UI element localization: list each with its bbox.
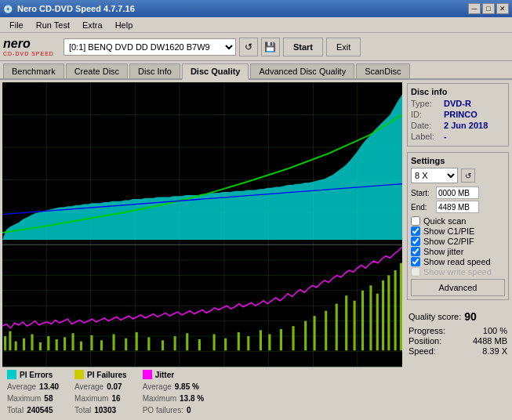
tab-disc-info[interactable]: Disc Info — [129, 63, 180, 78]
svg-rect-58 — [39, 342, 42, 350]
quality-score-value: 90 — [464, 310, 477, 323]
disc-info-title: Disc info — [411, 87, 505, 96]
svg-rect-81 — [292, 326, 294, 350]
show-jitter-label: Show jitter — [423, 247, 463, 256]
title-bar: 💿 Nero CD-DVD Speed 4.7.7.16 ─ □ ✕ — [0, 0, 512, 17]
jitter-po-label: PO failures: — [143, 404, 183, 416]
menu-help[interactable]: Help — [109, 19, 140, 31]
show-jitter-checkbox[interactable] — [411, 247, 420, 256]
svg-rect-94 — [400, 263, 402, 350]
speed-value: 8.39 X — [482, 346, 507, 356]
progress-row: Progress: 100 % — [409, 326, 507, 335]
svg-rect-72 — [186, 333, 188, 350]
quality-section: Quality score: 90 Progress: 100 % Positi… — [407, 306, 509, 358]
tab-disc-quality[interactable]: Disc Quality — [182, 63, 249, 80]
type-label: Type: — [411, 99, 441, 108]
svg-rect-70 — [162, 340, 164, 350]
disc-label-label: Label: — [411, 132, 441, 141]
pi-failures-max-value: 16 — [111, 393, 120, 404]
speed-row: Speed: 8.39 X — [409, 346, 507, 356]
drive-selector[interactable]: [0:1] BENQ DVD DD DW1620 B7W9 — [64, 38, 236, 56]
svg-rect-66 — [113, 335, 115, 351]
svg-rect-75 — [224, 339, 227, 351]
date-value: 2 Jun 2018 — [444, 121, 488, 130]
svg-rect-92 — [387, 275, 390, 350]
refresh-button[interactable]: ↺ — [239, 38, 258, 56]
tab-bar: Benchmark Create Disc Disc Info Disc Qua… — [0, 61, 512, 80]
svg-rect-68 — [136, 332, 138, 350]
end-input[interactable] — [436, 201, 479, 213]
pi-errors-max-label: Maximum — [7, 393, 41, 404]
start-button[interactable]: Start — [283, 38, 323, 56]
show-c2pif-checkbox[interactable] — [411, 237, 420, 246]
svg-rect-69 — [147, 337, 150, 350]
minimize-button[interactable]: ─ — [468, 3, 481, 14]
show-read-speed-checkbox[interactable] — [411, 257, 420, 266]
svg-rect-57 — [31, 335, 33, 351]
pi-failures-total-value: 10303 — [94, 404, 116, 416]
exit-button[interactable]: Exit — [326, 38, 361, 56]
svg-rect-53 — [4, 336, 6, 350]
svg-rect-65 — [100, 340, 103, 350]
type-value: DVD-R — [444, 99, 471, 108]
legend-area: PI Errors Average 13.40 Maximum 58 Total… — [2, 367, 402, 418]
disc-info-panel: Disc info Type: DVD-R ID: PRINCO Date: 2… — [407, 83, 509, 147]
position-label: Position: — [409, 336, 441, 346]
pi-failures-total-label: Total — [74, 404, 91, 416]
advanced-button[interactable]: Advanced — [411, 279, 505, 296]
show-c2pif-row: Show C2/PIF — [411, 237, 505, 246]
svg-rect-73 — [198, 339, 201, 350]
svg-rect-79 — [268, 335, 271, 351]
tab-advanced-disc-quality[interactable]: Advanced Disc Quality — [250, 63, 354, 78]
menu-file[interactable]: File — [3, 19, 30, 31]
quick-scan-label: Quick scan — [423, 216, 466, 226]
save-button[interactable]: 💾 — [261, 38, 280, 56]
svg-rect-59 — [47, 336, 49, 350]
svg-rect-80 — [280, 329, 282, 350]
show-write-speed-label: Show write speed — [423, 267, 492, 277]
tab-benchmark[interactable]: Benchmark — [3, 63, 64, 78]
menu-run-test[interactable]: Run Test — [30, 19, 76, 31]
toolbar: nero CD-DVD SPEED [0:1] BENQ DVD DD DW16… — [0, 33, 512, 61]
pi-errors-max-value: 58 — [44, 393, 53, 404]
svg-rect-76 — [238, 332, 240, 350]
settings-refresh-button[interactable]: ↺ — [461, 168, 475, 183]
pi-errors-total-label: Total — [7, 404, 24, 416]
tab-create-disc[interactable]: Create Disc — [66, 63, 128, 78]
quick-scan-checkbox[interactable] — [411, 216, 420, 226]
title-bar-controls: ─ □ ✕ — [468, 3, 509, 14]
close-button[interactable]: ✕ — [496, 3, 509, 14]
progress-value: 100 % — [483, 326, 507, 335]
svg-rect-84 — [325, 311, 327, 351]
show-read-speed-label: Show read speed — [423, 257, 491, 266]
speed-selector[interactable]: 8 X Max 1 X 2 X 4 X 6 X 12 X 16 X — [411, 168, 458, 183]
main-content: 100 80 60 40 20 16 14 12 10 8 6 4 — [0, 80, 512, 418]
svg-rect-60 — [56, 339, 58, 350]
tab-scan-disc[interactable]: ScanDisc — [356, 63, 409, 78]
start-input[interactable] — [436, 186, 479, 199]
progress-label: Progress: — [409, 326, 445, 335]
jitter-color-swatch — [143, 370, 152, 379]
pi-errors-total-value: 240545 — [27, 404, 53, 416]
nero-logo: nero CD-DVD SPEED — [3, 37, 54, 56]
maximize-button[interactable]: □ — [482, 3, 495, 14]
jitter-max-value: 13.8 % — [180, 393, 204, 404]
show-jitter-row: Show jitter — [411, 247, 505, 256]
pi-errors-label: PI Errors — [20, 371, 53, 379]
progress-section: Progress: 100 % Position: 4488 MB Speed:… — [409, 326, 507, 356]
pi-errors-avg-label: Average — [7, 381, 36, 393]
quality-score-label: Quality score: — [409, 312, 461, 321]
chart-upper-area: 100 80 60 40 20 16 14 12 10 8 6 4 — [2, 82, 402, 367]
show-c1pie-checkbox[interactable] — [411, 226, 420, 236]
show-c1pie-row: Show C1/PIE — [411, 226, 505, 236]
menu-extra[interactable]: Extra — [76, 19, 109, 31]
show-c1pie-label: Show C1/PIE — [423, 226, 474, 236]
menu-bar: File Run Test Extra Help — [0, 17, 512, 33]
jitter-avg-label: Average — [143, 381, 172, 393]
title-bar-text: Nero CD-DVD Speed 4.7.7.16 — [17, 4, 135, 13]
show-write-speed-row: Show write speed — [411, 267, 505, 277]
svg-rect-77 — [247, 336, 249, 350]
jitter-avg-value: 9.85 % — [175, 381, 199, 393]
start-label: Start: — [411, 189, 433, 197]
settings-title: Settings — [411, 156, 505, 165]
